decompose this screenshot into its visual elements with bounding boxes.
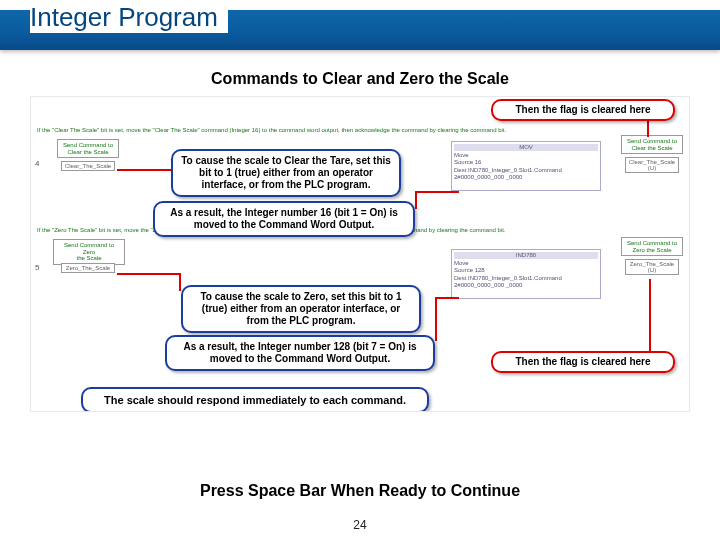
rung4-left-name: Clear_The_Scale xyxy=(61,161,115,171)
connector-line xyxy=(179,273,181,291)
page-title: Integer Program xyxy=(30,2,228,33)
rung4-mov-box: MOV Move Source 16 Dest IND780_Integer_0… xyxy=(451,141,601,191)
rung4-right-name: Clear_The_Scale (U) xyxy=(625,157,679,173)
rung5-mov-box: IND780 Move Source 128 Dest IND780_Integ… xyxy=(451,249,601,299)
connector-line xyxy=(415,191,459,193)
tag-label: Send Command to Clear the Scale xyxy=(625,138,679,151)
rung5-left-name: Zero_The_Scale xyxy=(61,263,115,273)
callout-flag-cleared-top: Then the flag is cleared here xyxy=(491,99,675,121)
mov-title: IND780 xyxy=(454,252,598,259)
subtitle: Commands to Clear and Zero the Scale xyxy=(0,70,720,88)
rung5-left-tag: Send Command to Zero the Scale xyxy=(53,239,125,265)
ladder-diagram: If the "Clear The Scale" bit is set, mov… xyxy=(30,96,690,412)
mov-line: Move xyxy=(454,260,598,267)
page-number: 24 xyxy=(0,518,720,532)
tag-label: Send Command to Zero the Scale xyxy=(625,240,679,253)
mov-line: 2#0000_0000_000 _0000 xyxy=(454,174,598,181)
callout-flag-cleared-bottom: Then the flag is cleared here xyxy=(491,351,675,373)
rung5-right-name: Zero_The_Scale (U) xyxy=(625,259,679,275)
mov-line: Source 128 xyxy=(454,267,598,274)
mov-line: Move xyxy=(454,152,598,159)
rung4-desc: If the "Clear The Scale" bit is set, mov… xyxy=(37,127,683,133)
rung4-number: 4 xyxy=(35,159,39,168)
rung4-right-tag: Send Command to Clear the Scale xyxy=(621,135,683,154)
mov-line: 2#0000_0000_000 _0000 xyxy=(454,282,598,289)
mov-line: Dest IND780_Integer_0.Slot1.Command xyxy=(454,167,598,174)
summary-bar: The scale should respond immediately to … xyxy=(81,387,429,412)
connector-line xyxy=(435,297,459,299)
callout-zero-result: As a result, the Integer number 128 (bit… xyxy=(165,335,435,371)
connector-line xyxy=(649,279,651,351)
rung4-left-tag: Send Command to Clear the Scale xyxy=(57,139,119,158)
rung5-right-tag: Send Command to Zero the Scale xyxy=(621,237,683,256)
mov-title: MOV xyxy=(454,144,598,151)
callout-clear-tare-result: As a result, the Integer number 16 (bit … xyxy=(153,201,415,237)
mov-line: Dest IND780_Integer_0.Slot1.Command xyxy=(454,275,598,282)
callout-clear-tare-cause: To cause the scale to Clear the Tare, se… xyxy=(171,149,401,197)
connector-line xyxy=(415,191,417,209)
press-space-prompt: Press Space Bar When Ready to Continue xyxy=(0,482,720,500)
tag-label: Send Command to Zero the Scale xyxy=(57,242,121,262)
tag-label: Send Command to Clear the Scale xyxy=(61,142,115,155)
mov-line: Source 16 xyxy=(454,159,598,166)
connector-line xyxy=(117,169,171,171)
callout-zero-cause: To cause the scale to Zero, set this bit… xyxy=(181,285,421,333)
connector-line xyxy=(117,273,181,275)
rung5-number: 5 xyxy=(35,263,39,272)
connector-line xyxy=(435,297,437,341)
